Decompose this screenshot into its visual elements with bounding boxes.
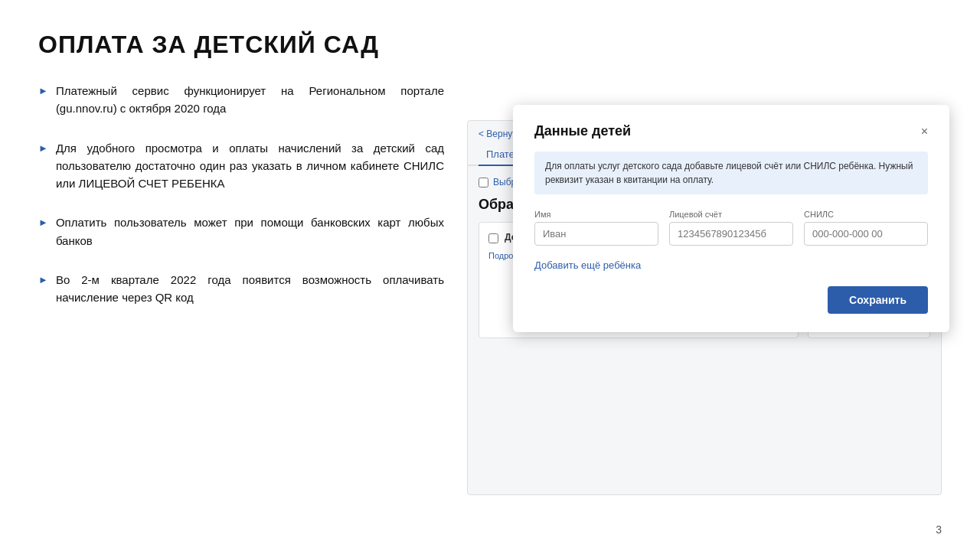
bullet-text-3: Оплатить пользователь может при помощи б… [56,214,444,249]
modal-field-account: Лицевой счёт [669,210,793,246]
content-area: ► Платежный сервис функционирует на Реги… [38,82,942,526]
bullet-text-2: Для удобного просмотра и оплаты начислен… [56,139,444,193]
modal-header: Данные детей × [534,123,928,139]
bullet-text-1: Платежный сервис функционирует на Регион… [56,82,444,118]
modal-close-button[interactable]: × [921,126,928,138]
bullet-arrow-3: ► [38,215,48,230]
page-number: 3 [936,523,942,536]
account-input[interactable] [669,222,793,246]
slide-title: ОПЛАТА ЗА ДЕТСКИЙ САД [38,31,942,59]
snils-input[interactable] [804,222,928,246]
bullet-arrow-2: ► [38,141,48,156]
left-column: ► Платежный сервис функционирует на Реги… [38,82,444,328]
bullet-arrow-1: ► [38,83,48,99]
bullet-item-1: ► Платежный сервис функционирует на Реги… [38,82,444,118]
save-button[interactable]: Сохранить [828,286,928,314]
modal-footer: Сохранить [534,286,928,314]
payment-checkbox[interactable] [488,233,498,243]
bullet-text-4: Во 2-м квартале 2022 года появится возмо… [56,271,444,307]
right-column: < Вернуться на... Платежи Выбрать всё Об… [467,82,942,526]
modal-field-snils: СНИЛС [804,210,928,246]
name-label: Имя [534,210,658,219]
bullet-arrow-4: ► [38,272,48,288]
select-all-checkbox[interactable] [479,178,488,187]
slide-container: ОПЛАТА ЗА ДЕТСКИЙ САД ► Платежный сервис… [0,0,980,551]
bullet-item-3: ► Оплатить пользователь может при помощи… [38,214,444,249]
snils-label: СНИЛС [804,210,928,219]
modal-children-data: Данные детей × Для оплаты услуг детского… [513,105,949,332]
add-child-link[interactable]: Добавить ещё ребёнка [534,259,641,271]
modal-fields-row: Имя Лицевой счёт СНИЛС [534,210,928,246]
name-input[interactable] [534,222,658,246]
bullet-item-2: ► Для удобного просмотра и оплаты начисл… [38,139,444,193]
modal-info-box: Для оплаты услуг детского сада добавьте … [534,152,928,194]
modal-field-name: Имя [534,210,658,246]
account-label: Лицевой счёт [669,210,793,219]
modal-title: Данные детей [534,123,631,139]
bullet-item-4: ► Во 2-м квартале 2022 года появится воз… [38,271,444,307]
